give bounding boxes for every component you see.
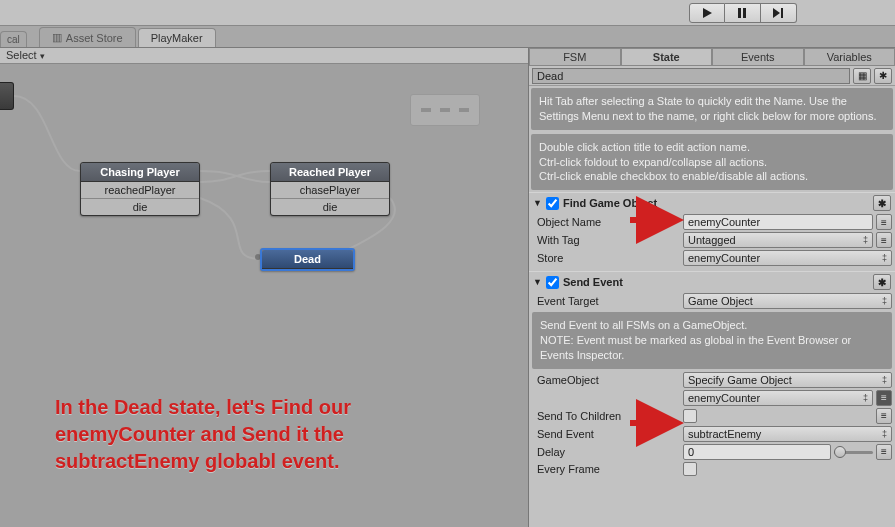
tab-variables[interactable]: Variables bbox=[804, 48, 896, 65]
state-title: Chasing Player bbox=[81, 163, 199, 182]
label-with-tag: With Tag bbox=[537, 234, 679, 246]
play-button[interactable] bbox=[689, 3, 725, 23]
param-options-button[interactable]: ≡ bbox=[876, 390, 892, 406]
tab-cal[interactable]: cal bbox=[0, 31, 27, 47]
pause-button[interactable] bbox=[725, 3, 761, 23]
transition-die[interactable]: die bbox=[81, 199, 199, 215]
foldout-icon: ▼ bbox=[533, 198, 542, 208]
fsm-graph-canvas[interactable]: Chasing Player reachedPlayer die Reached… bbox=[0, 64, 528, 527]
transition-reached-player[interactable]: reachedPlayer bbox=[81, 182, 199, 199]
checkbox-every-frame[interactable] bbox=[683, 462, 697, 476]
asset-store-icon: ▥ bbox=[52, 31, 62, 44]
action-enabled-checkbox[interactable] bbox=[546, 276, 559, 289]
param-options-button[interactable]: ≡ bbox=[876, 232, 892, 248]
tab-state[interactable]: State bbox=[621, 48, 713, 65]
svg-marker-0 bbox=[703, 8, 712, 18]
label-gameobject: GameObject bbox=[537, 374, 679, 386]
state-color-button[interactable]: ▦ bbox=[853, 68, 871, 84]
checkbox-send-to-children[interactable] bbox=[683, 409, 697, 423]
help-state: Hit Tab after selecting a State to quick… bbox=[531, 88, 893, 130]
state-dead[interactable]: Dead bbox=[260, 248, 355, 271]
state-reached-player[interactable]: Reached Player chasePlayer die bbox=[270, 162, 390, 216]
foldout-icon: ▼ bbox=[533, 277, 542, 287]
dropdown-event-target[interactable]: Game Object bbox=[683, 293, 892, 309]
label-store: Store bbox=[537, 252, 679, 264]
param-options-button[interactable]: ≡ bbox=[876, 408, 892, 424]
tab-events[interactable]: Events bbox=[712, 48, 804, 65]
action-find-game-object-header[interactable]: ▼ Find Game Object ✱ bbox=[529, 192, 895, 213]
tab-fsm[interactable]: FSM bbox=[529, 48, 621, 65]
dropdown-gameobject-mode[interactable]: Specify Game Object bbox=[683, 372, 892, 388]
dropdown-store[interactable]: enemyCounter bbox=[683, 250, 892, 266]
svg-rect-4 bbox=[781, 8, 783, 18]
step-button[interactable] bbox=[761, 3, 797, 23]
state-chasing-player[interactable]: Chasing Player reachedPlayer die bbox=[80, 162, 200, 216]
gear-icon: ✱ bbox=[879, 70, 887, 81]
label-every-frame: Every Frame bbox=[537, 463, 679, 475]
action-settings-button[interactable]: ✱ bbox=[873, 195, 891, 211]
param-options-button[interactable]: ≡ bbox=[876, 214, 892, 230]
state-title: Dead bbox=[262, 250, 353, 269]
action-enabled-checkbox[interactable] bbox=[546, 197, 559, 210]
state-settings-button[interactable]: ✱ bbox=[874, 68, 892, 84]
label-event-target: Event Target bbox=[537, 295, 679, 307]
dropdown-with-tag[interactable]: Untagged bbox=[683, 232, 873, 248]
action-settings-button[interactable]: ✱ bbox=[873, 274, 891, 290]
select-dropdown[interactable]: Select bbox=[0, 48, 528, 64]
transition-chase-player[interactable]: chasePlayer bbox=[271, 182, 389, 199]
slider-delay[interactable] bbox=[834, 445, 873, 459]
param-options-button[interactable]: ≡ bbox=[876, 444, 892, 460]
dropdown-send-event[interactable]: subtractEnemy bbox=[683, 426, 892, 442]
state-title: Reached Player bbox=[271, 163, 389, 182]
dropdown-gameobject-target[interactable]: enemyCounter bbox=[683, 390, 873, 406]
annotation-text: In the Dead state, let's Find our enemyC… bbox=[55, 394, 351, 475]
svg-marker-3 bbox=[773, 8, 780, 18]
tab-playmaker[interactable]: PlayMaker bbox=[138, 28, 216, 47]
ghost-node bbox=[410, 94, 480, 126]
label-object-name: Object Name bbox=[537, 216, 679, 228]
label-delay: Delay bbox=[537, 446, 679, 458]
label-send-to-children: Send To Children bbox=[537, 410, 679, 422]
inspector-panel: FSM State Events Variables ▦ ✱ Hit Tab a… bbox=[528, 48, 895, 527]
help-send-event: Send Event to all FSMs on a GameObject. … bbox=[532, 312, 892, 369]
help-actions: Double click action title to edit action… bbox=[531, 134, 893, 191]
input-object-name[interactable] bbox=[683, 214, 873, 230]
label-send-event: Send Event bbox=[537, 428, 679, 440]
action-send-event-header[interactable]: ▼ Send Event ✱ bbox=[529, 271, 895, 292]
transition-die[interactable]: die bbox=[271, 199, 389, 215]
svg-rect-2 bbox=[743, 8, 746, 18]
svg-rect-1 bbox=[738, 8, 741, 18]
offscreen-node[interactable] bbox=[0, 82, 14, 110]
state-name-input[interactable] bbox=[532, 68, 850, 84]
input-delay[interactable] bbox=[683, 444, 831, 460]
tab-asset-store[interactable]: ▥Asset Store bbox=[39, 27, 136, 47]
